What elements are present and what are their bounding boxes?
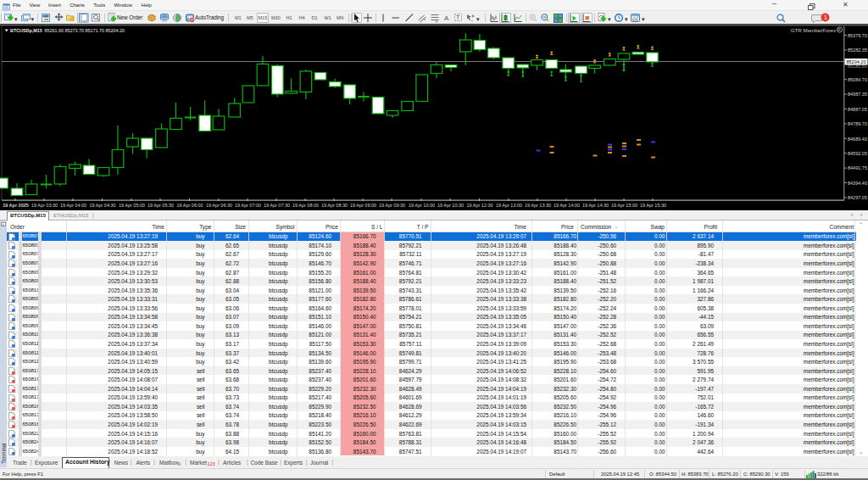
svg-text:Terminal: Terminal <box>1 443 7 464</box>
svg-text:84394.40: 84394.40 <box>848 181 867 186</box>
svg-text:19 Apr 03:30: 19 Apr 03:30 <box>31 203 58 208</box>
svg-text:85261.60 85273.70 85171.70 852: 85261.60 85273.70 85171.70 85204.20 <box>45 28 125 33</box>
svg-text:19 Apr 12:30: 19 Apr 12:30 <box>466 203 492 208</box>
svg-text:19 Apr 10:00: 19 Apr 10:00 <box>409 203 435 208</box>
svg-text:19 Apr 09:30: 19 Apr 09:30 <box>379 203 405 208</box>
svg-text:1: 1 <box>824 14 827 21</box>
svg-text:19 Apr 08:30: 19 Apr 08:30 <box>321 203 348 208</box>
svg-text:19 Apr 09:00: 19 Apr 09:00 <box>350 203 376 208</box>
svg-text:19 Apr 06:00: 19 Apr 06:00 <box>176 203 203 208</box>
svg-text:84689.40: 84689.40 <box>848 137 867 142</box>
svg-text:19 Apr 13:30: 19 Apr 13:30 <box>525 203 551 208</box>
svg-text:19 Apr 06:30: 19 Apr 06:30 <box>206 203 232 208</box>
svg-text:19 Apr 04:30: 19 Apr 04:30 <box>89 203 115 208</box>
svg-text:85282.35: 85282.35 <box>848 47 867 53</box>
svg-text:19 Apr 15:30: 19 Apr 15:30 <box>640 203 666 208</box>
svg-text:84887.05: 84887.05 <box>848 107 867 112</box>
svg-text:84491.75: 84491.75 <box>848 165 867 170</box>
svg-text:85379.70: 85379.70 <box>848 33 867 38</box>
svg-text:84297.05: 84297.05 <box>848 195 867 200</box>
svg-text:84789.70: 84789.70 <box>848 121 867 126</box>
svg-text:19 Apr 07:30: 19 Apr 07:30 <box>264 203 290 208</box>
svg-text:19 Apr 10:30: 19 Apr 10:30 <box>437 203 464 208</box>
svg-text:F: F <box>436 19 438 23</box>
svg-text:84987.35: 84987.35 <box>848 92 867 97</box>
svg-text:19 Apr 05:00: 19 Apr 05:00 <box>119 203 145 208</box>
svg-text:85204.20: 85204.20 <box>847 59 866 64</box>
svg-text:19 Apr 2025: 19 Apr 2025 <box>3 203 29 208</box>
svg-text:19 Apr 08:00: 19 Apr 08:00 <box>292 203 319 208</box>
svg-text:19 Apr 04:00: 19 Apr 04:00 <box>60 203 86 208</box>
svg-text:19 Apr 13:00: 19 Apr 13:00 <box>496 203 522 208</box>
svg-text:84592.05: 84592.05 <box>848 151 867 156</box>
svg-text:19 Apr 07:00: 19 Apr 07:00 <box>235 203 261 208</box>
svg-text:19 Apr 14:30: 19 Apr 14:30 <box>582 203 609 208</box>
svg-text:19 Apr 05:30: 19 Apr 05:30 <box>147 203 174 208</box>
svg-text:T: T <box>456 14 459 20</box>
svg-text:BTCUSDp,M15: BTCUSDp,M15 <box>10 28 42 33</box>
svg-text:19 Apr 15:00: 19 Apr 15:00 <box>611 203 637 208</box>
svg-text:GTR MemberForex: GTR MemberForex <box>791 27 837 33</box>
svg-text:19 Apr 14:00: 19 Apr 14:00 <box>554 203 580 208</box>
svg-text:85084.70: 85084.70 <box>848 77 867 82</box>
